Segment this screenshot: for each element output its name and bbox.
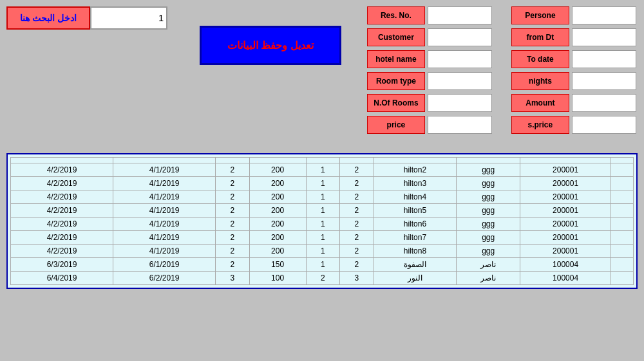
main-container: ادخل البحث هنا تعديل وحفظ البيانات Res. … [0,0,644,295]
table-cell-4-2: 2 [216,218,249,231]
search-label: ادخل البحث هنا [6,6,90,30]
form-row-roomtype: Room type [367,72,492,90]
table-cell-0-9 [611,163,634,177]
label-hotelname: hotel name [367,50,425,68]
input-amount[interactable] [572,94,636,112]
table-cell-5-3: 200 [249,231,306,245]
table-cell-8-7: ناصر [457,272,520,285]
label-nofrooms: N.Of Rooms [367,94,425,112]
table-cell-5-5: 2 [340,231,374,245]
label-persone: Persone [511,6,569,24]
table-row[interactable]: 6/3/20196/1/2019215012الصفوةناصر100004 [11,258,634,272]
col-header-6 [340,158,374,163]
input-nofrooms[interactable] [428,94,492,112]
table-cell-6-7: ggg [457,245,520,258]
table-cell-0-2: 2 [216,163,249,177]
table-cell-0-3: 200 [249,163,306,177]
col-header-3 [216,158,249,163]
table-row[interactable]: 4/2/20194/1/2019220012hilton6ggg200001 [11,218,634,231]
form-row-resno: Res. No. [367,6,492,24]
input-persone[interactable] [572,6,636,24]
table-row[interactable]: 4/2/20194/1/2019220012hilton2ggg200001 [11,163,634,177]
table-cell-0-1: 4/1/2019 [113,163,216,177]
table-cell-4-8: 200001 [520,218,611,231]
table-cell-1-4: 1 [306,177,339,190]
table-cell-3-4: 1 [306,204,339,218]
table-cell-2-6: hilton4 [374,190,457,204]
search-input[interactable] [90,6,167,30]
table-cell-5-2: 2 [216,231,249,245]
table-cell-1-5: 2 [340,177,374,190]
input-fromdt[interactable] [572,28,636,46]
data-table: 4/2/20194/1/2019220012hilton2ggg2000014/… [10,157,634,285]
table-cell-4-7: ggg [457,218,520,231]
col-header-10 [611,158,634,163]
table-row[interactable]: 4/2/20194/1/2019220012hilton5ggg200001 [11,204,634,218]
form-row-sprice: s.price [511,116,636,134]
table-cell-7-3: 150 [249,258,306,272]
table-cell-8-8: 100004 [520,272,611,285]
table-cell-6-3: 200 [249,245,306,258]
input-sprice[interactable] [572,116,636,134]
input-price[interactable] [428,116,492,134]
table-cell-2-9 [611,190,634,204]
table-cell-4-5: 2 [340,218,374,231]
table-cell-5-9 [611,231,634,245]
form-row-nofrooms: N.Of Rooms [367,94,492,112]
table-row[interactable]: 4/2/20194/1/2019220012hilton4ggg200001 [11,190,634,204]
input-hotelname[interactable] [428,50,492,68]
label-todate: To date [511,50,569,68]
top-section: ادخل البحث هنا تعديل وحفظ البيانات Res. … [6,6,638,134]
col-header-2 [113,158,216,163]
form-row-todate: To date [511,50,636,68]
table-row[interactable]: 6/4/20196/2/2019310023النورناصر100004 [11,272,634,285]
col-header-9 [520,158,611,163]
table-cell-6-1: 4/1/2019 [113,245,216,258]
table-cell-5-4: 1 [306,231,339,245]
table-cell-4-1: 4/1/2019 [113,218,216,231]
table-cell-0-8: 200001 [520,163,611,177]
table-cell-6-0: 4/2/2019 [11,245,113,258]
form-right-column: Persone from Dt To date nights Amount [511,6,636,134]
input-customer[interactable] [428,28,492,46]
table-cell-1-2: 2 [216,177,249,190]
table-cell-2-1: 4/1/2019 [113,190,216,204]
label-customer: Customer [367,28,425,46]
table-cell-3-9 [611,204,634,218]
col-header-8 [457,158,520,163]
table-cell-2-3: 200 [249,190,306,204]
table-cell-8-6: النور [374,272,457,285]
table-cell-0-6: hilton2 [374,163,457,177]
input-todate[interactable] [572,50,636,68]
table-cell-7-5: 2 [340,258,374,272]
table-cell-8-1: 6/2/2019 [113,272,216,285]
search-area: ادخل البحث هنا [6,6,167,30]
table-cell-3-8: 200001 [520,204,611,218]
input-resno[interactable] [428,6,492,24]
table-cell-5-0: 4/2/2019 [11,231,113,245]
table-cell-6-9 [611,245,634,258]
table-row[interactable]: 4/2/20194/1/2019220012hilton8ggg200001 [11,245,634,258]
table-cell-3-0: 4/2/2019 [11,204,113,218]
col-header-1 [11,158,113,163]
table-cell-1-7: ggg [457,177,520,190]
edit-save-button[interactable]: تعديل وحفظ البيانات [200,26,341,65]
table-cell-8-5: 3 [340,272,374,285]
table-row[interactable]: 4/2/20194/1/2019220012hilton7ggg200001 [11,231,634,245]
table-cell-1-0: 4/2/2019 [11,177,113,190]
table-row[interactable]: 4/2/20194/1/2019220012hilton3ggg200001 [11,177,634,190]
table-cell-0-0: 4/2/2019 [11,163,113,177]
table-cell-6-4: 1 [306,245,339,258]
input-roomtype[interactable] [428,72,492,90]
table-cell-8-9 [611,272,634,285]
table-cell-0-5: 2 [340,163,374,177]
table-cell-3-3: 200 [249,204,306,218]
table-cell-4-9 [611,218,634,231]
table-cell-6-6: hilton8 [374,245,457,258]
table-cell-2-4: 1 [306,190,339,204]
input-nights[interactable] [572,72,636,90]
table-cell-1-8: 200001 [520,177,611,190]
table-cell-1-9 [611,177,634,190]
table-cell-0-7: ggg [457,163,520,177]
table-cell-7-2: 2 [216,258,249,272]
